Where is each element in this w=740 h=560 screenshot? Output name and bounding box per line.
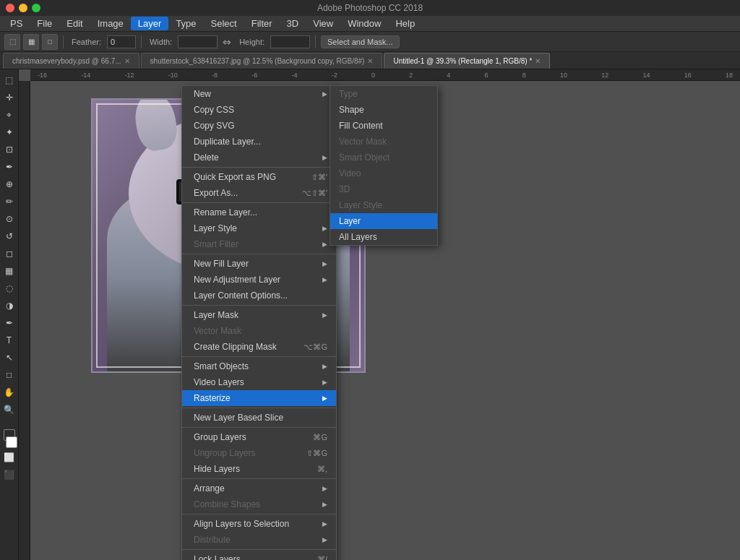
menu-item-copy-css[interactable]: Copy CSS	[182, 102, 336, 118]
menu-filter[interactable]: Filter	[244, 17, 280, 30]
marquee-style[interactable]: ▦	[23, 34, 39, 50]
tool-dodge[interactable]: ◑	[1, 298, 17, 314]
submenu-item-video[interactable]: Video	[330, 165, 437, 181]
menu-item-layer-style[interactable]: Layer Style ▶	[182, 220, 336, 236]
tool-crop[interactable]: ⊡	[1, 142, 17, 158]
menu-item-layer-content[interactable]: Layer Content Options...	[182, 288, 336, 303]
menu-item-duplicate[interactable]: Duplicate Layer...	[182, 134, 336, 150]
tool-history[interactable]: ↺	[1, 228, 17, 244]
tab-close-untitled[interactable]: ✕	[535, 57, 541, 65]
menu-item-distribute[interactable]: Distribute ▶	[182, 532, 336, 548]
tool-shape[interactable]: □	[1, 367, 17, 383]
tool-magic-wand[interactable]: ✦	[1, 124, 17, 140]
menu-item-new-layer-slice[interactable]: New Layer Based Slice	[182, 410, 336, 426]
submenu-item-smart-object[interactable]: Smart Object	[330, 150, 437, 165]
menu-item-arrange[interactable]: Arrange ▶	[182, 481, 336, 496]
menu-item-align[interactable]: Align Layers to Selection ▶	[182, 516, 336, 532]
menu-item-new-fill-label: New Fill Layer	[194, 259, 249, 269]
tab-label: christmaseverybody.psd @ 66.7...	[12, 57, 121, 65]
submenu-item-vector-mask[interactable]: Vector Mask	[330, 134, 437, 150]
tool-eyedropper[interactable]: ✒	[1, 159, 17, 175]
menu-3d[interactable]: 3D	[280, 17, 306, 30]
menu-item-rasterize-arrow: ▶	[322, 395, 327, 402]
width-input[interactable]	[178, 35, 218, 48]
menu-item-hide-layers[interactable]: Hide Layers ⌘,	[182, 461, 336, 477]
menu-item-smart-filter[interactable]: Smart Filter ▶	[182, 236, 336, 252]
minimize-button[interactable]	[19, 4, 27, 12]
menu-item-export-as-shortcut: ⌥⇧⌘'	[302, 189, 327, 198]
maximize-button[interactable]	[32, 4, 40, 12]
marquee-shape[interactable]: □	[42, 34, 58, 50]
menu-item-layer-mask[interactable]: Layer Mask ▶	[182, 307, 336, 323]
menu-item-group-layers[interactable]: Group Layers ⌘G	[182, 429, 336, 445]
feather-input[interactable]	[107, 35, 136, 48]
tool-pen[interactable]: ✒	[1, 315, 17, 331]
tool-gradient[interactable]: ▦	[1, 263, 17, 279]
tool-type[interactable]: T	[1, 332, 17, 348]
height-input[interactable]	[270, 35, 310, 48]
menu-type[interactable]: Type	[168, 17, 203, 30]
menu-item-rename[interactable]: Rename Layer...	[182, 204, 336, 220]
background-color[interactable]	[6, 436, 17, 448]
menu-item-clipping-mask[interactable]: Create Clipping Mask ⌥⌘G	[182, 339, 336, 355]
tool-eraser[interactable]: ◻	[1, 246, 17, 262]
menu-bar: PS File Edit Image Layer Type Select Fil…	[0, 16, 740, 32]
menu-separator-7	[182, 427, 336, 428]
tab-close-christmas[interactable]: ✕	[124, 57, 130, 65]
tool-clone[interactable]: ⊙	[1, 211, 17, 227]
toolbar-separator-2	[141, 35, 142, 48]
submenu-item-type[interactable]: Type	[330, 86, 437, 102]
menu-image[interactable]: Image	[90, 17, 131, 30]
tool-zoom[interactable]: 🔍	[1, 402, 17, 418]
menu-item-export-as[interactable]: Export As... ⌥⇧⌘'	[182, 185, 336, 201]
menu-item-smart-objects[interactable]: Smart Objects ▶	[182, 358, 336, 374]
tool-preset-picker[interactable]: ⬚	[4, 34, 20, 50]
menu-item-new[interactable]: New ▶	[182, 86, 336, 102]
submenu-item-all-layers[interactable]: All Layers	[330, 229, 437, 245]
tool-brush[interactable]: ✏	[1, 194, 17, 210]
close-button[interactable]	[6, 4, 14, 12]
menu-item-delete[interactable]: Delete ▶	[182, 150, 336, 165]
tool-path-select[interactable]: ↖	[1, 350, 17, 366]
menu-item-new-fill[interactable]: New Fill Layer ▶	[182, 256, 336, 272]
tool-hand[interactable]: ✋	[1, 384, 17, 400]
tool-blur[interactable]: ◌	[1, 280, 17, 296]
tab-close-shutterstock[interactable]: ✕	[367, 57, 373, 65]
menu-item-vector-mask[interactable]: Vector Mask	[182, 323, 336, 339]
menu-item-combine-shapes[interactable]: Combine Shapes ▶	[182, 496, 336, 512]
submenu-item-shape[interactable]: Shape	[330, 102, 437, 118]
tool-lasso[interactable]: ⌖	[1, 107, 17, 123]
quick-mask[interactable]: ⬜	[1, 449, 17, 465]
submenu-item-3d[interactable]: 3D	[330, 181, 437, 197]
menu-item-copy-svg[interactable]: Copy SVG	[182, 118, 336, 134]
menu-layer[interactable]: Layer	[131, 17, 169, 30]
tab-christmas[interactable]: christmaseverybody.psd @ 66.7... ✕	[3, 53, 139, 69]
screen-mode[interactable]: ⬛	[1, 467, 17, 483]
menu-item-quick-export[interactable]: Quick Export as PNG ⇧⌘'	[182, 169, 336, 185]
tool-healing[interactable]: ⊕	[1, 176, 17, 192]
menu-select[interactable]: Select	[204, 17, 244, 30]
submenu-item-layer[interactable]: Layer	[330, 213, 437, 229]
submenu-item-fill-content[interactable]: Fill Content	[330, 118, 437, 134]
tool-marquee[interactable]: ⬚	[1, 72, 17, 88]
menu-item-video-layers[interactable]: Video Layers ▶	[182, 374, 336, 390]
window-controls	[6, 4, 40, 12]
toolbox: ⬚ ✛ ⌖ ✦ ⊡ ✒ ⊕ ✏ ⊙ ↺ ◻ ▦ ◌ ◑ ✒ T ↖ □ ✋ 🔍 …	[0, 69, 19, 560]
tab-untitled[interactable]: Untitled-1 @ 39.3% (Rectangle 1, RGB/8) …	[384, 53, 550, 69]
menu-edit[interactable]: Edit	[59, 17, 90, 30]
menu-file[interactable]: File	[30, 17, 59, 30]
select-and-mask-button[interactable]: Select and Mask...	[321, 35, 400, 48]
menu-item-vector-mask-label: Vector Mask	[194, 326, 241, 336]
submenu-item-layer-style[interactable]: Layer Style	[330, 197, 437, 213]
menu-item-new-adjustment[interactable]: New Adjustment Layer ▶	[182, 272, 336, 288]
tool-move[interactable]: ✛	[1, 90, 17, 105]
menu-item-lock-layers[interactable]: Lock Layers... ⌘/	[182, 551, 336, 560]
menu-item-rasterize[interactable]: Rasterize ▶	[182, 390, 336, 406]
tab-shutterstock[interactable]: shutterstock_638416237.jpg @ 12.5% (Back…	[141, 53, 383, 69]
menu-item-ungroup-layers[interactable]: Ungroup Layers ⇧⌘G	[182, 445, 336, 461]
menu-help[interactable]: Help	[388, 17, 422, 30]
menu-ps[interactable]: PS	[3, 17, 30, 30]
menu-item-delete-label: Delete	[194, 152, 219, 163]
menu-view[interactable]: View	[306, 17, 340, 30]
menu-window[interactable]: Window	[340, 17, 388, 30]
